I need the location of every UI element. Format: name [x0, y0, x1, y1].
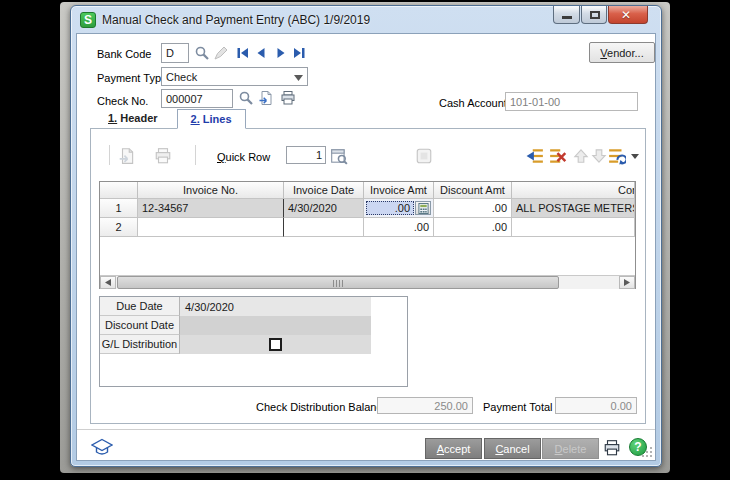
cell-invoice-no[interactable]: [138, 218, 284, 237]
maximize-button[interactable]: [581, 6, 607, 24]
quick-row-input[interactable]: 1: [286, 146, 326, 164]
due-date-label: Due Date: [100, 297, 180, 316]
nav-last-icon[interactable]: [291, 45, 307, 61]
payment-type-dropdown[interactable]: Check: [161, 67, 308, 86]
scrollbar-thumb[interactable]: [117, 276, 559, 289]
toolbar-dropdown-caret-icon[interactable]: [631, 147, 640, 165]
cell-comment[interactable]: [512, 218, 635, 237]
reset-rows-icon[interactable]: [608, 147, 626, 165]
maximize-icon: [590, 11, 600, 19]
bank-code-lookup-icon[interactable]: [194, 45, 210, 61]
toolbar-separator: [195, 145, 196, 165]
next-number-icon[interactable]: [258, 90, 274, 106]
grid-toolbar: Quick Row 1: [91, 143, 645, 169]
nav-prev-icon[interactable]: [253, 45, 269, 61]
accept-button-label: Accept: [437, 443, 471, 455]
col-invoice-date[interactable]: Invoice Date: [284, 182, 364, 199]
due-date-value[interactable]: 4/30/2020: [180, 297, 371, 316]
check-no-label: Check No.: [97, 95, 148, 107]
discount-date-label: Discount Date: [100, 316, 180, 335]
cash-account-field: 101-01-00: [505, 92, 638, 111]
cell-invoice-no[interactable]: 12-34567: [138, 199, 284, 218]
delete-button-label: Delete: [555, 443, 587, 455]
move-up-disabled-icon: [572, 147, 590, 165]
close-icon: ✕: [621, 8, 631, 22]
delete-button[interactable]: Delete: [542, 438, 599, 459]
grid-corner-cell: [100, 182, 138, 199]
calculator-icon: [418, 203, 429, 214]
check-no-lookup-icon[interactable]: [238, 90, 254, 106]
col-comment[interactable]: Comment: [512, 182, 635, 199]
check-distribution-balance-field: 250.00: [377, 397, 473, 414]
window-title: Manual Check and Payment Entry (ABC) 1/9…: [102, 13, 370, 27]
print-disabled-icon: [154, 147, 172, 165]
gl-distribution-label: G/L Distribution: [100, 335, 180, 354]
payment-total-field: 0.00: [555, 397, 637, 414]
scroll-left-icon: [105, 279, 111, 286]
scroll-left-button[interactable]: [100, 276, 116, 289]
col-invoice-amt[interactable]: Invoice Amt: [364, 182, 434, 199]
cancel-button[interactable]: Cancel: [484, 438, 541, 459]
grid-header-row: Invoice No. Invoice Date Invoice Amt Dis…: [100, 182, 635, 199]
cell-invoice-amt-active[interactable]: .00: [364, 199, 434, 218]
grid-row-1: 1 12-34567 4/30/2020 .00 .00 ALL POSTAGE…: [100, 199, 635, 218]
window-content: Bank Code D Vendor... Payment Type Check…: [76, 33, 656, 461]
check-distribution-balance-label: Check Distribution Balance: [256, 401, 388, 413]
dropdown-arrow-icon: [294, 75, 303, 81]
vendor-button-label: Vendor...: [600, 47, 643, 59]
cell-discount-amt[interactable]: .00: [434, 199, 512, 218]
move-down-disabled-icon: [590, 147, 608, 165]
row-number-cell[interactable]: 1: [100, 199, 138, 218]
cell-comment[interactable]: ALL POSTAGE METERS: [512, 199, 635, 218]
bank-code-label: Bank Code: [97, 48, 151, 60]
toolbar-separator: [109, 145, 110, 165]
calculator-button[interactable]: [415, 201, 431, 215]
nav-next-icon[interactable]: [273, 45, 289, 61]
minimize-icon: [562, 16, 572, 19]
grid-disabled-icon: [415, 147, 433, 165]
vendor-button[interactable]: Vendor...: [589, 42, 655, 63]
payment-type-label: Payment Type: [97, 72, 167, 84]
payment-total-label: Payment Total: [483, 401, 553, 413]
quick-row-label: Quick Row: [217, 151, 270, 163]
scroll-right-button[interactable]: [619, 276, 635, 289]
minimize-button[interactable]: [553, 6, 580, 24]
tab-header[interactable]: 1. Header: [95, 109, 171, 129]
cell-invoice-amt[interactable]: .00: [364, 218, 434, 237]
close-button[interactable]: ✕: [608, 6, 648, 24]
accept-button[interactable]: Accept: [425, 438, 482, 459]
active-cell-value[interactable]: .00: [366, 201, 414, 215]
cell-discount-amt[interactable]: .00: [434, 218, 512, 237]
quick-row-zoom-icon[interactable]: [330, 147, 348, 165]
cash-account-label: Cash Account: [439, 97, 507, 109]
resize-grip-icon[interactable]: [641, 446, 653, 458]
cell-invoice-date[interactable]: [284, 218, 364, 237]
delete-row-icon[interactable]: [549, 147, 567, 165]
cell-invoice-date[interactable]: 4/30/2020: [284, 199, 364, 218]
horizontal-scrollbar[interactable]: [100, 275, 635, 289]
print-icon[interactable]: [603, 439, 621, 457]
tab-lines[interactable]: 2. Lines: [177, 109, 246, 129]
col-discount-amt[interactable]: Discount Amt: [434, 182, 512, 199]
manual-check-window: S Manual Check and Payment Entry (ABC) 1…: [70, 5, 662, 467]
row-number-cell[interactable]: 2: [100, 218, 138, 237]
copy-disabled-icon: [118, 147, 136, 165]
screen: S Manual Check and Payment Entry (ABC) 1…: [0, 0, 730, 480]
print-check-icon[interactable]: [280, 90, 296, 106]
nav-first-icon[interactable]: [235, 45, 251, 61]
eyedropper-disabled-icon: [213, 45, 229, 61]
tabstrip: 1. Header 2. Lines: [95, 109, 246, 129]
check-no-field[interactable]: 000007: [161, 89, 233, 108]
grid-empty-area: [100, 237, 635, 275]
gl-distribution-checkbox[interactable]: [269, 338, 282, 351]
lines-tab-panel: Quick Row 1 Invoice No. In: [90, 128, 646, 424]
grid-row-2: 2 .00 .00: [100, 218, 635, 237]
sage-university-cap-icon[interactable]: [91, 438, 113, 457]
footer-separator: [77, 429, 655, 430]
scroll-right-icon: [624, 279, 630, 286]
insert-row-icon[interactable]: [526, 147, 544, 165]
discount-date-value[interactable]: [180, 316, 371, 335]
bank-code-field[interactable]: D: [161, 43, 189, 63]
scrollbar-grip: [333, 280, 343, 287]
col-invoice-no[interactable]: Invoice No.: [138, 182, 284, 199]
